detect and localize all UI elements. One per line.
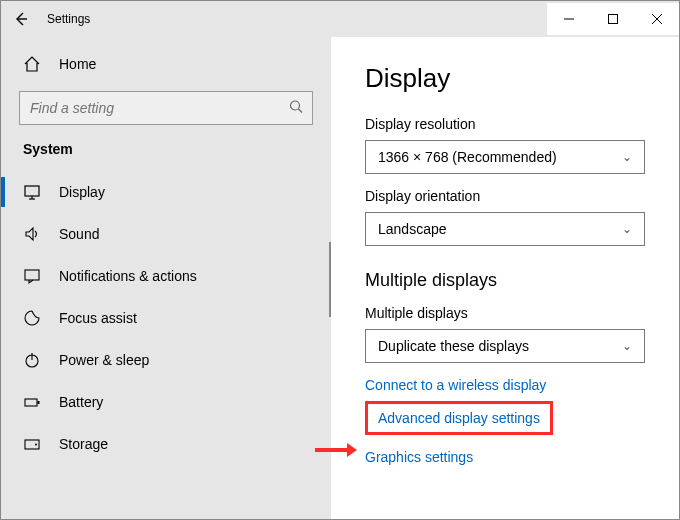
sidebar-item-label: Notifications & actions: [59, 268, 197, 284]
advanced-display-link[interactable]: Advanced display settings: [378, 410, 540, 426]
sidebar-item-label: Power & sleep: [59, 352, 149, 368]
chevron-down-icon: ⌄: [622, 150, 632, 164]
sidebar-item-display[interactable]: Display: [1, 171, 331, 213]
home-icon: [23, 55, 41, 73]
sidebar-item-focus-assist[interactable]: Focus assist: [1, 297, 331, 339]
resolution-value: 1366 × 768 (Recommended): [378, 149, 557, 165]
svg-rect-1: [609, 15, 618, 24]
minimize-icon: [564, 14, 574, 24]
resolution-dropdown[interactable]: 1366 × 768 (Recommended) ⌄: [365, 140, 645, 174]
category-heading: System: [1, 137, 331, 167]
multiple-displays-heading: Multiple displays: [365, 270, 645, 291]
display-icon: [23, 183, 41, 201]
content-pane: Display Display resolution 1366 × 768 (R…: [331, 37, 679, 519]
callout-highlight: Advanced display settings: [365, 401, 553, 435]
sidebar-item-label: Sound: [59, 226, 99, 242]
search-input[interactable]: [19, 91, 313, 125]
sidebar-item-label: Display: [59, 184, 105, 200]
sidebar-item-battery[interactable]: Battery: [1, 381, 331, 423]
nav-list: Display Sound Notifications & actions Fo…: [1, 171, 331, 481]
resolution-label: Display resolution: [365, 116, 645, 132]
orientation-value: Landscape: [378, 221, 447, 237]
title-bar: Settings: [1, 1, 679, 37]
sidebar-item-notifications[interactable]: Notifications & actions: [1, 255, 331, 297]
chevron-down-icon: ⌄: [622, 222, 632, 236]
notifications-icon: [23, 267, 41, 285]
multiple-displays-value: Duplicate these displays: [378, 338, 529, 354]
svg-point-4: [291, 101, 300, 110]
close-button[interactable]: [635, 3, 679, 35]
home-label: Home: [59, 56, 96, 72]
sound-icon: [23, 225, 41, 243]
sidebar: Home System Display Sound Notifications …: [1, 37, 331, 519]
sidebar-item-sound[interactable]: Sound: [1, 213, 331, 255]
window-controls: [547, 3, 679, 35]
back-button[interactable]: [1, 1, 41, 37]
power-icon: [23, 351, 41, 369]
sidebar-item-power-sleep[interactable]: Power & sleep: [1, 339, 331, 381]
maximize-icon: [608, 14, 618, 24]
close-icon: [652, 14, 662, 24]
maximize-button[interactable]: [591, 3, 635, 35]
svg-rect-13: [38, 401, 40, 404]
svg-line-5: [299, 109, 303, 113]
svg-point-15: [35, 444, 37, 446]
chevron-down-icon: ⌄: [622, 339, 632, 353]
orientation-label: Display orientation: [365, 188, 645, 204]
sidebar-item-label: Storage: [59, 436, 108, 452]
home-nav[interactable]: Home: [1, 43, 331, 85]
svg-rect-9: [25, 270, 39, 280]
storage-icon: [23, 435, 41, 453]
sidebar-item-label: Battery: [59, 394, 103, 410]
svg-rect-12: [25, 399, 37, 406]
orientation-dropdown[interactable]: Landscape ⌄: [365, 212, 645, 246]
page-title: Display: [365, 63, 645, 94]
sidebar-item-storage[interactable]: Storage: [1, 423, 331, 465]
arrow-left-icon: [13, 11, 29, 27]
sidebar-item-label: Focus assist: [59, 310, 137, 326]
focus-icon: [23, 309, 41, 327]
multiple-displays-dropdown[interactable]: Duplicate these displays ⌄: [365, 329, 645, 363]
minimize-button[interactable]: [547, 3, 591, 35]
svg-rect-6: [25, 186, 39, 196]
search-container: [19, 91, 313, 125]
window-title: Settings: [47, 12, 90, 26]
wireless-display-link[interactable]: Connect to a wireless display: [365, 377, 546, 393]
scrollbar[interactable]: [329, 242, 331, 317]
search-icon: [289, 100, 303, 117]
graphics-settings-link[interactable]: Graphics settings: [365, 449, 473, 465]
battery-icon: [23, 393, 41, 411]
multiple-displays-label: Multiple displays: [365, 305, 645, 321]
